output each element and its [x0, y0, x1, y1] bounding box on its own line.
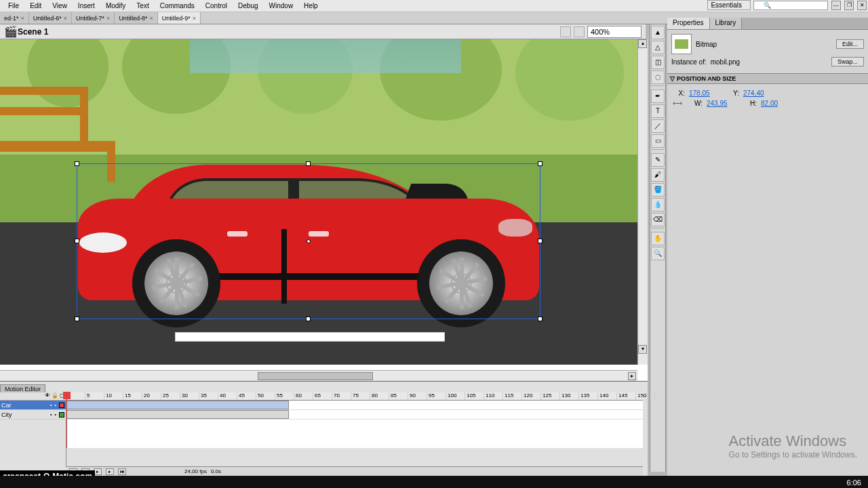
elapsed-time-label: 0.0s	[211, 468, 221, 474]
edit-button[interactable]: Edit...	[836, 39, 864, 49]
layer-car[interactable]: Car ••	[0, 401, 66, 410]
resize-handle-w[interactable]	[75, 239, 79, 243]
close-button[interactable]: ✕	[857, 1, 867, 10]
w-label: W:	[690, 100, 703, 107]
last-frame-button[interactable]: ⏭	[118, 468, 126, 475]
scene-label[interactable]: Scene 1	[18, 27, 48, 37]
frame-span[interactable]	[66, 410, 289, 419]
y-value[interactable]: 274,40	[743, 89, 777, 97]
x-label: X:	[673, 89, 685, 97]
edit-scene-icon[interactable]	[560, 26, 571, 37]
y-label: Y:	[727, 89, 739, 97]
menu-debug[interactable]: Debug	[233, 1, 263, 11]
resize-handle-nw[interactable]	[75, 161, 79, 166]
road-marking	[175, 332, 445, 342]
menu-text[interactable]: Text	[131, 1, 154, 11]
menu-window[interactable]: Window	[264, 1, 299, 11]
horizontal-scrollbar[interactable]: ▸	[0, 370, 637, 381]
h-label: H:	[745, 100, 757, 107]
text-tool[interactable]: T	[651, 104, 665, 118]
registration-point[interactable]	[307, 239, 311, 243]
tools-panel: ▲ △ ◫ ◌ ✒ T ／ ▭ ✎ 🖌 🪣 💧 ⌫ ✋ 🔍	[650, 24, 666, 472]
lasso-tool[interactable]: ◌	[651, 70, 665, 84]
close-icon[interactable]: ×	[193, 15, 196, 22]
instance-name: mobil.png	[711, 58, 740, 66]
menu-help[interactable]: Help	[298, 1, 323, 11]
help-search-input[interactable]	[753, 1, 828, 10]
edit-symbols-icon[interactable]	[574, 26, 585, 37]
menu-file[interactable]: File	[3, 1, 24, 11]
visibility-column-icon[interactable]: 👁	[45, 392, 50, 400]
tab-untitled-8[interactable]: Untitled-8*×	[115, 12, 157, 24]
tab-library[interactable]: Library	[710, 18, 743, 29]
timeline-ruler[interactable]: 1510152025303540455055606570758085909510…	[66, 392, 643, 401]
w-value[interactable]: 243,95	[707, 100, 741, 107]
tab-untitled-9[interactable]: Untitled-9*×	[158, 12, 201, 24]
pencil-tool[interactable]: ✎	[651, 153, 665, 167]
bucket-tool[interactable]: 🪣	[651, 183, 665, 197]
menu-modify[interactable]: Modify	[100, 1, 131, 11]
h-value[interactable]: 82,00	[761, 100, 795, 107]
swap-button[interactable]: Swap...	[831, 57, 864, 66]
frame-row-car[interactable]	[66, 401, 643, 410]
scroll-thumb[interactable]	[258, 372, 373, 380]
scroll-right-icon[interactable]: ▸	[628, 372, 636, 380]
asset-type-label: Bitmap	[696, 41, 717, 48]
tab-properties[interactable]: Properties	[667, 18, 710, 29]
subselection-tool[interactable]: △	[651, 41, 665, 54]
layer-list: 👁 🔒 ◻ Car •• City ••	[0, 392, 66, 467]
timeline-frames[interactable]	[66, 401, 643, 448]
resize-handle-e[interactable]	[538, 239, 542, 243]
playhead[interactable]	[66, 392, 67, 448]
resize-handle-se[interactable]	[538, 317, 542, 321]
scene-icon: 🎬	[4, 25, 18, 38]
edit-bar: 🎬 Scene 1	[0, 24, 646, 39]
line-tool[interactable]: ／	[651, 119, 665, 133]
frame-row-city[interactable]	[66, 410, 643, 420]
free-transform-tool[interactable]: ◫	[651, 56, 665, 69]
tab-untitled-7[interactable]: Untitled-7*×	[72, 12, 115, 24]
resize-handle-sw[interactable]	[75, 317, 79, 321]
menu-commands[interactable]: Commands	[155, 1, 200, 11]
zoom-tool[interactable]: 🔍	[651, 247, 665, 260]
rectangle-tool[interactable]: ▭	[651, 134, 665, 148]
workspace-switcher[interactable]: Essentials	[707, 0, 751, 10]
hand-tool[interactable]: ✋	[651, 232, 665, 245]
scroll-down-icon[interactable]: ▾	[638, 345, 647, 354]
menu-insert[interactable]: Insert	[73, 1, 100, 11]
next-frame-button[interactable]: ▸	[106, 468, 114, 475]
resize-handle-s[interactable]	[306, 317, 311, 321]
minimize-button[interactable]: —	[831, 1, 841, 10]
resize-handle-ne[interactable]	[538, 161, 542, 166]
taskbar[interactable]: 6:06	[0, 476, 868, 488]
x-value[interactable]: 178,05	[689, 89, 723, 97]
activate-windows-watermark: Activate Windows Go to Settings to activ…	[729, 432, 857, 460]
lock-aspect-icon[interactable]: ⟷	[673, 100, 682, 107]
resize-handle-n[interactable]	[306, 161, 311, 166]
selection-bounds[interactable]	[77, 163, 540, 319]
collapse-icon: ▽	[670, 75, 675, 82]
eraser-tool[interactable]: ⌫	[651, 213, 665, 226]
tab-ed-1[interactable]: ed-1*×	[0, 12, 29, 24]
stage[interactable]: ↖	[0, 39, 637, 365]
eyedropper-tool[interactable]: 💧	[651, 198, 665, 211]
zoom-input[interactable]	[587, 26, 642, 38]
scroll-up-icon[interactable]: ▴	[638, 39, 647, 48]
menu-edit[interactable]: Edit	[24, 1, 47, 11]
close-icon[interactable]: ×	[149, 15, 153, 22]
tab-untitled-6[interactable]: Untitled-6*×	[29, 12, 72, 24]
pen-tool[interactable]: ✒	[651, 89, 665, 103]
brush-tool[interactable]: 🖌	[651, 168, 665, 182]
menu-view[interactable]: View	[47, 1, 73, 11]
restore-button[interactable]: ❐	[844, 1, 854, 10]
close-icon[interactable]: ×	[21, 15, 24, 22]
vertical-scrollbar[interactable]: ▴ ▾	[637, 39, 648, 365]
lock-column-icon[interactable]: 🔒	[52, 392, 58, 400]
close-icon[interactable]: ×	[106, 15, 110, 22]
close-icon[interactable]: ×	[64, 15, 67, 22]
position-size-header[interactable]: ▽ POSITION AND SIZE	[667, 73, 868, 84]
motion-tween-span[interactable]	[66, 401, 289, 409]
menu-control[interactable]: Control	[200, 1, 233, 11]
selection-tool[interactable]: ▲	[651, 26, 665, 39]
layer-city[interactable]: City ••	[0, 410, 66, 420]
